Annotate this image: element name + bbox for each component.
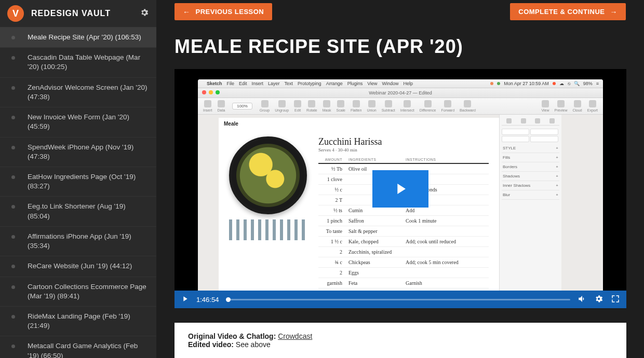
sketch-toolbar: InsertData 100% GroupUngroupEditRotateMa… — [198, 98, 603, 115]
recipe-row: To tasteSalt & pepper — [318, 226, 489, 237]
lesson-item[interactable]: New Invoice Web Form (Jan '20) (45:59) — [0, 107, 156, 137]
video-scrubber[interactable] — [226, 299, 570, 300]
fullscreen-icon[interactable] — [611, 294, 620, 305]
recipe-photo — [229, 136, 307, 214]
lesson-item[interactable]: Cascadin Data Table Webpage (Mar '20) (1… — [0, 48, 156, 77]
lesson-item[interactable]: Affirmations iPhone App (Jun '19) (35:34… — [0, 227, 156, 256]
window-titlebar: Webinar 2020-04-27 — Edited — [198, 88, 603, 98]
menubar-items: FileEditInsertLayerTextPrototypingArrang… — [227, 81, 413, 86]
recipe-row: 1 pinchSaffronCook 1 minute — [318, 216, 489, 226]
lesson-item[interactable]: Cartoon Collections Ecommerce Page (Mar … — [0, 277, 156, 307]
lesson-label: Eeg.to Link Shortener (Aug '19) (85:04) — [28, 202, 149, 221]
header-instructions: INSTRUCTIONS — [406, 158, 489, 161]
lesson-label: Metacall Card Game Analytics (Feb '19) (… — [28, 341, 149, 358]
napkin-graphic — [229, 219, 307, 240]
lesson-status-dot — [11, 86, 15, 90]
brand-logo[interactable]: V — [7, 5, 24, 22]
artboard-brand: Meale — [224, 121, 238, 127]
lesson-label: RideMax Landing Page (Feb '19) (21:49) — [28, 312, 149, 331]
main-content: ← PREVIOUS LESSON COMPLETE & CONTINUE → … — [156, 0, 644, 358]
maximize-icon — [216, 90, 220, 94]
recipe-row: 2Eggs — [318, 268, 489, 278]
zoom-level: 100% — [232, 103, 252, 109]
recipe-title: Zucchini Harissa — [318, 136, 489, 147]
play-button[interactable] — [372, 170, 428, 208]
top-nav: ← PREVIOUS LESSON COMPLETE & CONTINUE → — [175, 0, 626, 26]
lesson-label: Cascadin Data Table Webpage (Mar '20) (1… — [28, 53, 149, 72]
video-player: Sketch FileEditInsertLayerTextPrototypin… — [175, 69, 626, 308]
inspector-section: Blur+ — [502, 190, 559, 200]
video-time: 1:46:54 — [196, 296, 219, 304]
lesson-label: EatHow Ingredients Page (Oct '19) (83:27… — [28, 172, 149, 191]
menubar-status: Mon Apr 27 10:59 AM ☁⎋🔍98%≡ — [490, 81, 599, 86]
lesson-status-dot — [11, 315, 15, 319]
settings-icon[interactable] — [594, 294, 603, 305]
lesson-item[interactable]: SpendWeek iPhone App (Nov '19) (47:38) — [0, 137, 156, 167]
crowdcast-link[interactable]: Crowdcast — [278, 332, 312, 340]
lesson-label: SpendWeek iPhone App (Nov '19) (47:38) — [28, 143, 149, 161]
lesson-status-dot — [11, 175, 15, 179]
arrow-left-icon: ← — [183, 8, 191, 16]
inspector-section: STYLE+ — [502, 144, 559, 153]
close-icon — [202, 90, 206, 94]
recipe-row: ¾ cChickpeasAdd; cook 5 min covered — [318, 257, 489, 268]
lesson-status-dot — [11, 116, 15, 119]
notes-line2-value: See above — [236, 340, 271, 349]
lesson-item[interactable]: Eeg.to Link Shortener (Aug '19) (85:04) — [0, 197, 156, 226]
video-controls: 1:46:54 — [175, 291, 626, 308]
sidebar-header: V REDESIGN VAULT — [0, 0, 156, 27]
header-ingredients: INGREDIENTS — [348, 158, 406, 161]
mac-menubar: Sketch FileEditInsertLayerTextPrototypin… — [198, 79, 603, 88]
lesson-notes: Original Video & Chatlog: Crowdcast Edit… — [175, 323, 626, 358]
window-title: Webinar 2020-04-27 — Edited — [369, 90, 432, 95]
previous-lesson-button[interactable]: ← PREVIOUS LESSON — [175, 3, 272, 20]
lesson-label: ReCare Website (Jun '19) (44:12) — [28, 261, 149, 271]
record-icon — [553, 82, 556, 85]
lesson-status-dot — [11, 265, 15, 268]
lesson-label: Affirmations iPhone App (Jun '19) (35:34… — [28, 232, 149, 251]
recipe-row: 1 ½ cKale, choppedAdd; cook until reduce… — [318, 237, 489, 247]
menubar-clock: Mon Apr 27 10:59 AM — [504, 81, 549, 86]
inspector-section: Borders+ — [502, 162, 559, 172]
lesson-item[interactable]: Metacall Card Game Analytics (Feb '19) (… — [0, 336, 156, 358]
lesson-status-dot — [11, 146, 15, 149]
lesson-item[interactable]: Meale Recipe Site (Apr '20) (106:53) — [0, 27, 156, 48]
lesson-item[interactable]: RideMax Landing Page (Feb '19) (21:49) — [0, 307, 156, 336]
arrow-right-icon: → — [610, 8, 618, 16]
lesson-item[interactable]: ZenAdvisor Welcome Screen (Jan '20) (47:… — [0, 78, 156, 107]
lesson-label: ZenAdvisor Welcome Screen (Jan '20) (47:… — [28, 83, 149, 102]
minimize-icon — [209, 90, 213, 94]
lesson-label: New Invoice Web Form (Jan '20) (45:59) — [28, 113, 149, 131]
brand-title: REDESIGN VAULT — [31, 9, 140, 18]
volume-icon[interactable] — [578, 294, 587, 305]
inspector-section: Fills+ — [502, 153, 559, 162]
lesson-list[interactable]: Meale Recipe Site (Apr '20) (106:53)Casc… — [0, 27, 156, 358]
page-title: MEALE RECIPE SITE (APR '20) — [175, 36, 626, 58]
complete-continue-button[interactable]: COMPLETE & CONTINUE → — [510, 3, 626, 20]
lesson-status-dot — [11, 285, 15, 289]
sidebar: V REDESIGN VAULT Meale Recipe Site (Apr … — [0, 0, 156, 358]
recipe-row: 2Zucchinis, spiralized — [318, 247, 489, 257]
lesson-item[interactable]: EatHow Ingredients Page (Oct '19) (83:27… — [0, 167, 156, 197]
play-icon[interactable] — [181, 295, 189, 305]
lesson-label: Meale Recipe Site (Apr '20) (106:53) — [28, 33, 149, 42]
lesson-status-dot — [11, 36, 15, 39]
lesson-status-dot — [11, 235, 15, 239]
inspector-panel: STYLE+Fills+Borders+Shadows+Inner Shadow… — [499, 115, 561, 299]
gear-icon[interactable] — [140, 8, 149, 19]
inspector-section: Shadows+ — [502, 172, 559, 181]
complete-continue-label: COMPLETE & CONTINUE — [518, 8, 605, 16]
lesson-item[interactable]: ReCare Website (Jun '19) (44:12) — [0, 256, 156, 277]
recipe-row: garnishFetaGarnish — [318, 278, 489, 288]
inspector-section: Inner Shadows+ — [502, 181, 559, 190]
notes-line1-label: Original Video & Chatlog: — [188, 332, 278, 340]
artboard: Meale Zucchini Harissa Serves 4 · 30-40 … — [219, 118, 499, 299]
recipe-subtitle: Serves 4 · 30-40 min — [318, 147, 489, 153]
menubar-app-name: Sketch — [207, 81, 222, 86]
lesson-label: Cartoon Collections Ecommerce Page (Mar … — [28, 282, 149, 301]
lesson-status-dot — [11, 205, 15, 209]
lesson-status-dot — [11, 345, 15, 348]
previous-lesson-label: PREVIOUS LESSON — [196, 8, 264, 16]
lesson-status-dot — [11, 56, 15, 60]
header-amount: AMOUNT — [318, 158, 348, 161]
